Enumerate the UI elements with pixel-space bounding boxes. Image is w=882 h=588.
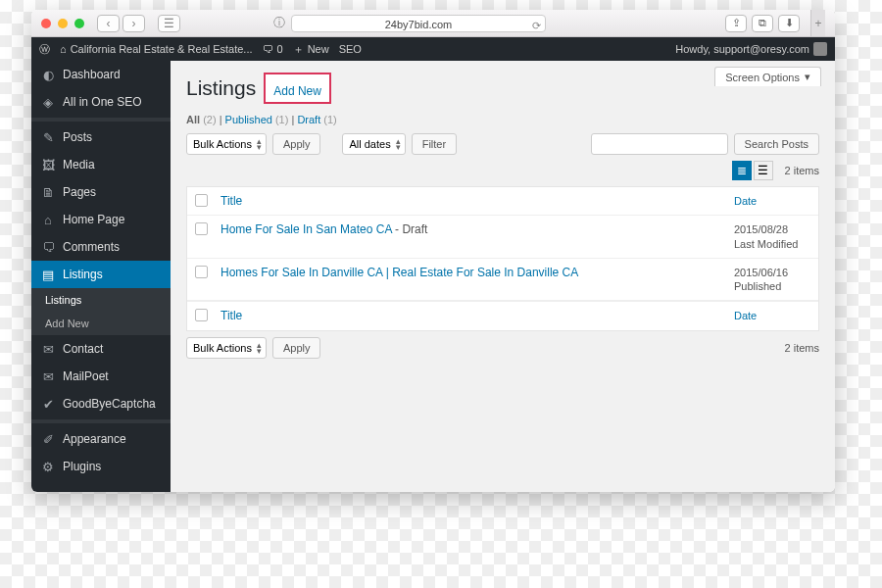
minimize-window-icon[interactable] <box>58 19 68 28</box>
row-date: 2015/06/16Published <box>734 266 810 294</box>
item-count: 2 items <box>785 165 819 176</box>
sidebar-item-appearance[interactable]: ✐Appearance <box>31 425 171 453</box>
shield-icon: ◈ <box>41 95 55 109</box>
forward-button[interactable]: › <box>122 15 145 32</box>
bulk-actions-select[interactable]: Bulk Actions▴▾ <box>186 133 267 155</box>
page-icon: 🗎 <box>41 185 55 199</box>
brush-icon: ✐ <box>41 432 55 446</box>
table-row: Home For Sale In San Mateo CA - Draft 20… <box>187 216 818 259</box>
sidebar-item-mailpoet[interactable]: ✉MailPoet <box>31 363 171 390</box>
url-field[interactable]: 24by7bid.com ⟳ <box>291 15 546 32</box>
column-title[interactable]: Title <box>220 309 726 322</box>
view-excerpt-button[interactable]: ☰ <box>754 161 773 180</box>
sidebar-item-media[interactable]: 🖾Media <box>31 151 171 178</box>
listings-table: Title Date Home For Sale In San Mateo CA… <box>186 186 819 331</box>
captcha-icon: ✔ <box>41 397 55 411</box>
column-date[interactable]: Date <box>734 194 810 208</box>
add-new-highlight: Add New <box>264 73 331 104</box>
reload-icon[interactable]: ⟳ <box>532 17 541 34</box>
column-title[interactable]: Title <box>220 194 726 208</box>
tabs-icon[interactable]: ⧉ <box>752 15 773 32</box>
listings-icon: ▤ <box>41 268 55 281</box>
filter-button[interactable]: Filter <box>412 133 457 155</box>
chevron-down-icon: ▾ <box>805 71 810 83</box>
select-all-checkbox[interactable] <box>195 194 208 207</box>
sidebar-item-pages[interactable]: 🗎Pages <box>31 178 171 206</box>
sidebar-item-home[interactable]: ⌂Home Page <box>31 206 171 233</box>
media-icon: 🖾 <box>41 158 55 172</box>
mail-icon: ✉ <box>41 342 55 356</box>
row-title-link[interactable]: Home For Sale In San Mateo CA <box>220 222 392 236</box>
sidebar-toggle-button[interactable]: ☰ <box>158 15 180 32</box>
new-link[interactable]: ＋ New <box>293 42 329 57</box>
bulk-actions-select[interactable]: Bulk Actions▴▾ <box>186 337 267 359</box>
content-area: Screen Options ▾ Listings Add New All (2… <box>171 61 835 492</box>
tablenav-view: ≣ ☰ 2 items <box>186 161 819 180</box>
item-count: 2 items <box>785 342 819 354</box>
screen-options-button[interactable]: Screen Options ▾ <box>714 67 821 86</box>
filter-published[interactable]: Published <box>225 114 272 125</box>
sidebar-subitem-listings[interactable]: Listings <box>31 288 171 312</box>
filter-all[interactable]: All <box>186 114 200 125</box>
sidebar-item-posts[interactable]: ✎Posts <box>31 123 171 151</box>
avatar <box>813 42 827 56</box>
seo-link[interactable]: SEO <box>339 43 362 55</box>
date-filter-select[interactable]: All dates▴▾ <box>342 133 405 155</box>
titlebar: ‹ › ☰ ⓘ 24by7bid.com ⟳ ⇪ ⧉ ⬇ + <box>31 10 835 37</box>
view-list-button[interactable]: ≣ <box>732 161 752 180</box>
wp-logo-icon[interactable]: ⓦ <box>39 42 50 57</box>
select-all-checkbox[interactable] <box>195 309 208 321</box>
plugin-icon: ⚙ <box>41 460 55 473</box>
downloads-icon[interactable]: ⬇ <box>778 15 800 32</box>
reader-icon[interactable]: ⓘ <box>273 15 285 31</box>
filter-draft[interactable]: Draft <box>297 114 320 125</box>
apply-button[interactable]: Apply <box>272 133 321 155</box>
maximize-window-icon[interactable] <box>74 19 84 28</box>
mailpoet-icon: ✉ <box>41 369 55 383</box>
sidebar-item-aioseo[interactable]: ◈All in One SEO <box>31 88 171 116</box>
dashboard-icon: ◐ <box>41 68 55 81</box>
status-filters: All (2) | Published (1) | Draft (1) <box>186 114 819 125</box>
comment-icon: 🗨 <box>41 240 55 254</box>
row-checkbox[interactable] <box>195 266 208 278</box>
site-link[interactable]: ⌂ California Real Estate & Real Estate..… <box>60 43 253 55</box>
back-button[interactable]: ‹ <box>97 15 120 32</box>
admin-sidebar: ◐Dashboard ◈All in One SEO ✎Posts 🖾Media… <box>31 61 171 492</box>
search-input[interactable] <box>591 133 728 155</box>
table-header: Title Date <box>187 187 818 216</box>
sidebar-item-dashboard[interactable]: ◐Dashboard <box>31 61 171 88</box>
row-checkbox[interactable] <box>195 222 208 235</box>
row-date: 2015/08/28Last Modified <box>734 222 810 251</box>
sidebar-submenu-listings: Listings Add New <box>31 288 171 335</box>
wp-admin-bar: ⓦ ⌂ California Real Estate & Real Estate… <box>31 37 835 61</box>
howdy-link[interactable]: Howdy, support@oresy.com <box>675 42 827 56</box>
table-footer: Title Date <box>187 301 818 329</box>
tablenav-bottom: Bulk Actions▴▾ Apply 2 items <box>186 337 819 359</box>
pin-icon: ✎ <box>41 130 55 144</box>
comments-link[interactable]: 🗨 0 <box>263 43 283 55</box>
apply-button[interactable]: Apply <box>272 337 321 359</box>
column-date[interactable]: Date <box>734 309 810 322</box>
close-window-icon[interactable] <box>41 19 51 28</box>
new-tab-button[interactable]: + <box>810 10 825 36</box>
sidebar-subitem-addnew[interactable]: Add New <box>31 312 171 335</box>
sidebar-item-comments[interactable]: 🗨Comments <box>31 233 171 261</box>
add-new-button[interactable]: Add New <box>273 84 321 98</box>
sidebar-item-captcha[interactable]: ✔GoodByeCaptcha <box>31 390 171 417</box>
row-title-link[interactable]: Homes For Sale In Danville CA | Real Est… <box>220 266 578 279</box>
sidebar-item-listings[interactable]: ▤Listings <box>31 261 171 288</box>
sidebar-item-plugins[interactable]: ⚙Plugins <box>31 453 171 480</box>
browser-window: ‹ › ☰ ⓘ 24by7bid.com ⟳ ⇪ ⧉ ⬇ + ⓦ ⌂ Calif… <box>31 10 835 492</box>
sidebar-item-contact[interactable]: ✉Contact <box>31 335 171 363</box>
share-icon[interactable]: ⇪ <box>725 15 747 32</box>
search-button[interactable]: Search Posts <box>734 133 819 155</box>
table-row: Homes For Sale In Danville CA | Real Est… <box>187 259 818 302</box>
tablenav-top: Bulk Actions▴▾ Apply All dates▴▾ Filter … <box>186 133 819 155</box>
home-icon: ⌂ <box>41 213 55 226</box>
